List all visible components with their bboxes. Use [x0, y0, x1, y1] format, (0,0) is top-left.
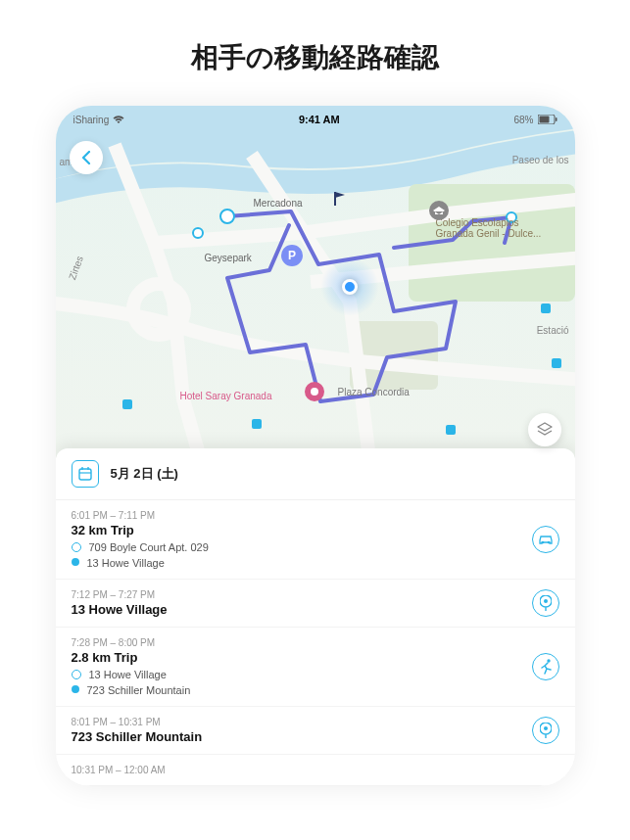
timeline-sheet[interactable]: 5月 2日 (土) 6:01 PM – 7:11 PM 32 km Trip 7…	[56, 448, 575, 786]
parking-pin: P	[281, 245, 299, 266]
layers-button[interactable]	[528, 413, 561, 446]
time-range: 7:28 PM – 8:00 PM	[72, 637, 559, 648]
destination-label: 723 Schiller Mountain	[87, 684, 191, 696]
svg-point-6	[220, 210, 234, 223]
svg-point-7	[193, 228, 203, 238]
timeline-item[interactable]: 8:01 PM – 10:31 PM 723 Schiller Mountain	[56, 707, 575, 755]
map-view[interactable]: amar Mercadona Geysepark Hotel Saray Gra…	[56, 106, 575, 458]
carrier-label: iSharing	[73, 115, 110, 125]
origin-bullet-icon	[72, 542, 81, 552]
hotel-pin	[305, 382, 322, 403]
svg-rect-19	[79, 469, 91, 480]
origin-label: 13 Howe Village	[89, 669, 167, 680]
svg-rect-10	[252, 419, 262, 429]
chevron-left-icon	[81, 151, 91, 164]
timeline-item[interactable]: 7:12 PM – 7:27 PM 13 Howe Village	[56, 580, 575, 628]
svg-point-18	[311, 388, 318, 396]
time-range: 6:01 PM – 7:11 PM	[72, 510, 559, 521]
page-title: 相手の移動経路確認	[0, 0, 630, 106]
svg-point-23	[541, 541, 544, 544]
svg-rect-9	[122, 399, 132, 409]
svg-rect-14	[552, 358, 561, 368]
back-button[interactable]	[70, 141, 103, 174]
origin-label: 709 Boyle Court Apt. 029	[89, 541, 209, 553]
battery-icon	[538, 115, 557, 124]
timeline-item[interactable]: 6:01 PM – 7:11 PM 32 km Trip 709 Boyle C…	[56, 500, 575, 580]
svg-point-25	[544, 599, 548, 603]
calendar-icon	[72, 460, 99, 488]
car-icon	[538, 534, 554, 545]
trip-title: 723 Schiller Mountain	[72, 729, 559, 744]
svg-point-8	[507, 212, 516, 222]
timeline-item[interactable]: 7:28 PM – 8:00 PM 2.8 km Trip 13 Howe Vi…	[56, 628, 575, 707]
svg-point-24	[547, 541, 550, 544]
destination-label: 13 Howe Village	[87, 557, 165, 569]
map-pin-icon	[540, 723, 552, 738]
activity-badge-run	[532, 653, 559, 680]
destination-pin-icon	[72, 685, 79, 695]
running-icon	[539, 659, 553, 675]
time-range: 7:12 PM – 7:27 PM	[72, 589, 559, 600]
activity-badge-pin	[532, 717, 559, 744]
trip-title: 32 km Trip	[72, 523, 559, 537]
activity-badge-car	[532, 526, 559, 553]
school-pin	[428, 200, 446, 221]
status-bar: iSharing 9:41 AM 68%	[56, 106, 575, 129]
battery-label: 68%	[513, 115, 533, 125]
map-canvas	[56, 106, 575, 458]
date-header[interactable]: 5月 2日 (土)	[56, 448, 575, 500]
svg-rect-1	[539, 117, 549, 123]
svg-point-27	[544, 726, 548, 730]
layers-icon	[536, 421, 554, 439]
trip-title: 2.8 km Trip	[72, 650, 559, 665]
origin-bullet-icon	[72, 670, 81, 679]
svg-point-26	[547, 659, 550, 662]
svg-text:P: P	[287, 249, 295, 262]
destination-pin-icon	[72, 558, 79, 568]
time-range: 10:31 PM – 12:00 AM	[72, 765, 559, 775]
trip-title: 13 Howe Village	[72, 602, 559, 617]
clock-label: 9:41 AM	[299, 114, 340, 125]
map-pin-icon	[540, 595, 552, 611]
timeline-item[interactable]: 10:31 PM – 12:00 AM	[56, 755, 575, 786]
device-frame: iSharing 9:41 AM 68%	[56, 106, 575, 786]
date-label: 5月 2日 (土)	[111, 465, 178, 483]
wifi-icon	[113, 116, 124, 124]
activity-badge-pin	[532, 589, 559, 617]
time-range: 8:01 PM – 10:31 PM	[72, 717, 559, 727]
svg-rect-11	[446, 425, 456, 435]
svg-rect-13	[541, 303, 551, 313]
svg-rect-2	[556, 117, 557, 121]
current-location-marker	[320, 257, 379, 316]
